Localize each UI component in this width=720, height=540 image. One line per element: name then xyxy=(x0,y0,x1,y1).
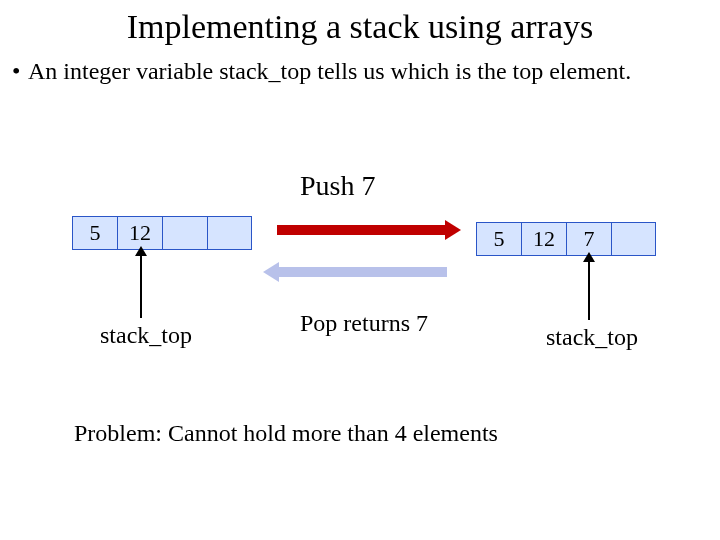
pointer-arrow-right-icon xyxy=(588,260,590,320)
push-arrow-icon xyxy=(277,220,447,240)
array-after: 5 12 7 xyxy=(476,222,656,256)
problem-note: Problem: Cannot hold more than 4 element… xyxy=(74,420,498,447)
pointer-arrow-left-icon xyxy=(140,254,142,318)
stack-top-label-left: stack_top xyxy=(100,322,192,349)
array-cell: 5 xyxy=(72,216,117,250)
bullet-text: An integer variable stack_top tells us w… xyxy=(0,46,720,85)
pop-operation-label: Pop returns 7 xyxy=(300,310,428,337)
array-cell: 12 xyxy=(521,222,566,256)
array-cell: 5 xyxy=(476,222,521,256)
array-cell xyxy=(611,222,656,256)
array-cell: 7 xyxy=(566,222,611,256)
array-cell xyxy=(207,216,252,250)
push-operation-label: Push 7 xyxy=(300,170,375,202)
stack-top-label-right: stack_top xyxy=(546,324,638,351)
array-cell: 12 xyxy=(117,216,162,250)
array-before: 5 12 xyxy=(72,216,252,250)
pop-arrow-icon xyxy=(277,262,447,282)
array-cell xyxy=(162,216,207,250)
slide-title: Implementing a stack using arrays xyxy=(0,0,720,46)
